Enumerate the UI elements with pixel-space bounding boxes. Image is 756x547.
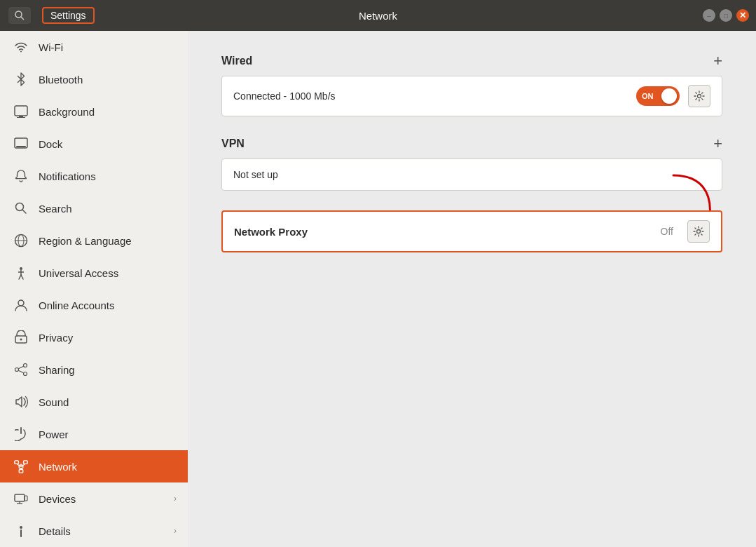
search-sidebar-icon [13, 201, 29, 216]
dock-icon [13, 136, 29, 151]
sidebar-item-wifi[interactable]: Wi-Fi [0, 31, 188, 63]
proxy-card: Network Proxy Off [221, 210, 722, 252]
svg-rect-5 [17, 117, 25, 118]
sidebar-label-dock: Dock [39, 138, 177, 150]
sidebar-item-online[interactable]: Online Accounts [0, 289, 188, 321]
sidebar-item-region[interactable]: Region & Language [0, 224, 188, 257]
svg-point-2 [20, 51, 22, 53]
region-icon [13, 233, 29, 248]
search-icon [14, 10, 25, 21]
sidebar-item-network[interactable]: Network [0, 450, 188, 482]
svg-rect-35 [25, 496, 27, 501]
sidebar-item-search[interactable]: Search [0, 192, 188, 224]
sidebar-item-sharing[interactable]: Sharing [0, 353, 188, 386]
svg-point-18 [18, 300, 24, 306]
sidebar-item-dock[interactable]: Dock [0, 128, 188, 160]
wired-settings-button[interactable] [688, 85, 710, 107]
sidebar-item-background[interactable]: Background [0, 95, 188, 128]
devices-chevron: › [174, 494, 177, 504]
sidebar-label-wifi: Wi-Fi [39, 41, 177, 53]
svg-point-22 [15, 368, 19, 372]
toggle-on-label: ON [642, 92, 654, 100]
window-controls: – □ ✕ [703, 9, 749, 22]
vpn-status-label: Not set up [233, 169, 278, 180]
svg-rect-3 [15, 106, 27, 116]
svg-rect-4 [19, 116, 23, 117]
svg-line-25 [18, 370, 24, 373]
vpn-status-row: Not set up [222, 159, 722, 190]
wired-card-row: Connected - 1000 Mb/s ON [222, 76, 722, 116]
sidebar-label-sharing: Sharing [39, 364, 177, 376]
sidebar-label-sound: Sound [39, 396, 177, 408]
background-icon [13, 104, 29, 119]
wired-toggle-container: ON [636, 86, 680, 106]
svg-line-16 [19, 275, 21, 279]
svg-line-24 [18, 366, 24, 369]
svg-point-23 [24, 372, 27, 376]
close-button[interactable]: ✕ [736, 9, 749, 22]
sidebar-label-online: Online Accounts [39, 299, 177, 311]
wired-title: Wired [221, 55, 252, 67]
sidebar-label-details: Details [39, 525, 164, 537]
minimize-button[interactable]: – [703, 9, 715, 22]
gear-icon [694, 90, 705, 102]
privacy-icon [13, 330, 29, 345]
svg-point-21 [24, 364, 27, 367]
vpn-section: VPN + Not set up [221, 136, 722, 191]
proxy-gear-icon [693, 226, 704, 237]
wired-toggle[interactable]: ON [636, 86, 680, 106]
window-title: Network [359, 10, 397, 22]
vpn-title: VPN [221, 137, 245, 150]
wired-section: Wired + Connected - 1000 Mb/s ON [221, 53, 722, 116]
content-area: Wired + Connected - 1000 Mb/s ON [188, 31, 756, 547]
sidebar-item-notifications[interactable]: Notifications [0, 160, 188, 192]
svg-point-0 [15, 11, 22, 18]
sidebar-item-details[interactable]: Details › [0, 515, 188, 547]
titlebar-search-btn[interactable] [8, 7, 31, 24]
proxy-section: Network Proxy Off [221, 210, 722, 252]
sidebar-item-power[interactable]: Power [0, 418, 188, 450]
sound-icon [13, 394, 29, 410]
universal-icon [13, 265, 29, 281]
sidebar-item-sound[interactable]: Sound [0, 386, 188, 418]
wired-add-button[interactable]: + [713, 53, 722, 69]
toggle-knob [661, 88, 677, 104]
vpn-add-button[interactable]: + [713, 136, 722, 151]
vpn-card: Not set up [221, 158, 722, 191]
wired-card: Connected - 1000 Mb/s ON [221, 76, 722, 116]
svg-point-40 [698, 95, 701, 98]
sidebar-label-universal: Universal Access [39, 267, 177, 279]
sidebar-item-devices[interactable]: Devices › [0, 482, 188, 515]
sidebar-label-devices: Devices [39, 493, 164, 505]
bluetooth-icon [13, 72, 29, 87]
sidebar-label-region: Region & Language [39, 235, 177, 247]
titlebar: Settings Network – □ ✕ [0, 0, 756, 31]
sidebar-label-search: Search [39, 203, 177, 215]
svg-rect-7 [16, 146, 26, 147]
sidebar-item-bluetooth[interactable]: Bluetooth [0, 63, 188, 95]
sidebar-label-bluetooth: Bluetooth [39, 74, 177, 86]
sidebar-label-power: Power [39, 428, 177, 440]
svg-rect-26 [15, 461, 18, 464]
power-icon [13, 426, 29, 442]
main-container: Wi-Fi Bluetooth Background [0, 31, 756, 547]
details-chevron: › [174, 526, 177, 536]
wired-status-label: Connected - 1000 Mb/s [233, 90, 628, 102]
proxy-settings-button[interactable] [687, 220, 710, 243]
sidebar-item-universal[interactable]: Universal Access [0, 257, 188, 289]
svg-point-13 [20, 267, 22, 270]
sidebar-item-privacy[interactable]: Privacy [0, 321, 188, 353]
settings-button[interactable]: Settings [42, 7, 95, 24]
notifications-icon [13, 168, 29, 184]
svg-point-42 [697, 230, 701, 234]
svg-line-1 [21, 17, 24, 20]
maximize-button[interactable]: □ [720, 9, 732, 22]
svg-rect-29 [19, 470, 22, 473]
wifi-icon [13, 39, 29, 55]
online-icon [13, 297, 29, 313]
proxy-title: Network Proxy [234, 226, 652, 238]
sidebar-label-notifications: Notifications [39, 170, 177, 182]
svg-line-17 [21, 275, 23, 279]
svg-point-20 [20, 339, 22, 341]
svg-rect-28 [24, 461, 27, 464]
